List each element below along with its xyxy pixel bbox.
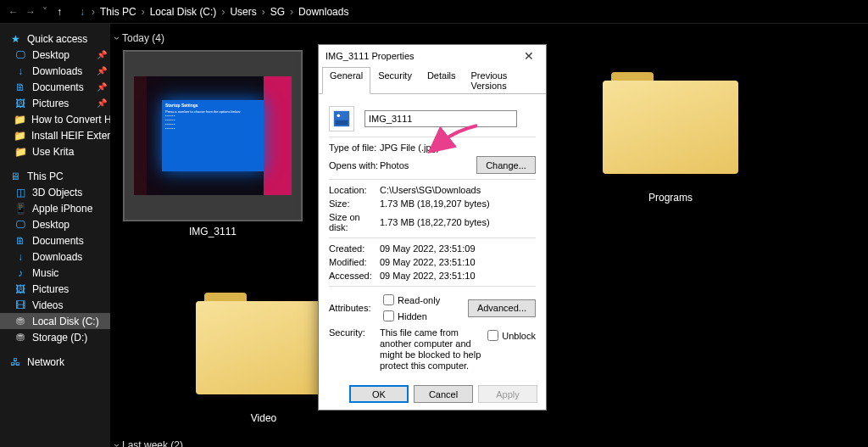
sidebar-item-label: How to Convert HE [31,114,110,126]
nav-back-icon[interactable]: ← [5,3,22,20]
sidebar-item-label: Downloads [32,65,82,77]
apply-button[interactable]: Apply [478,385,537,403]
sidebar-label: This PC [27,170,64,182]
sidebar-item[interactable]: ↓Downloads📌 [0,63,110,79]
folder-icon: 📁 [14,129,26,142]
file-label: IMG_3111 [189,226,236,237]
unblock-checkbox[interactable]: Unblock [484,327,536,344]
disk-icon: ⛃ [14,331,27,344]
pin-icon: 📌 [97,50,107,59]
advanced-button[interactable]: Advanced... [468,299,536,317]
type-label: Type of file: [329,142,380,153]
group-header-label: Last week (2) [122,439,183,447]
crumb[interactable]: This PC [98,6,138,18]
sidebar-item[interactable]: 📱Apple iPhone [0,200,110,216]
this-pc-header[interactable]: 🖥 This PC [0,168,110,184]
sidebar-item[interactable]: 📁Install HEIF Extensi [0,127,110,143]
music-icon: ♪ [14,266,27,280]
cube-icon: ◫ [14,186,27,199]
sidebar-item[interactable]: 🎞Videos [0,297,110,313]
sidebar-item[interactable]: 🖼Pictures📌 [0,95,110,111]
quick-access-header[interactable]: ★ Quick access [0,31,110,47]
chevron-right-icon: › [221,6,225,18]
ok-button[interactable]: OK [349,385,409,403]
chevron-right-icon: › [92,6,95,18]
picture-icon: 🖼 [14,97,27,110]
star-icon: ★ [8,32,22,46]
folder-icon [603,51,738,187]
security-label: Security: [329,327,380,338]
chevron-right-icon: › [262,6,265,18]
pin-icon: 📌 [97,98,107,108]
sidebar-item[interactable]: 🖼Pictures [0,281,110,297]
sidebar-item[interactable]: ◫3D Objects [0,184,110,200]
sidebar-item-label: Documents [32,81,84,93]
change-button[interactable]: Change... [476,156,536,174]
size-on-disk-label: Size on disk: [329,212,380,232]
sidebar-item[interactable]: 🗎Documents📌 [0,79,110,95]
download-icon: ↓ [14,250,27,264]
chevron-down-icon: › [111,36,123,40]
sidebar-item-label: 3D Objects [32,187,82,198]
tab-security[interactable]: Security [370,67,420,94]
network-header[interactable]: 🖧 Network [0,354,110,370]
sidebar-item-label: Pictures [32,98,69,109]
hidden-checkbox[interactable]: Hidden [380,308,427,324]
file-label: Programs [648,192,693,204]
sidebar-item[interactable]: ⛃Local Disk (C:) [0,313,110,329]
sidebar-item[interactable]: ♪Music [0,265,110,281]
sidebar-label: Quick access [27,33,87,45]
filename-input[interactable] [364,110,517,127]
crumb[interactable]: Local Disk (C:) [148,6,219,18]
chevron-right-icon: › [142,6,145,18]
pin-icon: 📌 [97,66,107,75]
tab-general[interactable]: General [322,67,370,94]
sidebar-item[interactable]: 🖵Desktop [0,216,110,232]
sidebar-item[interactable]: ↓Downloads [0,249,110,265]
sidebar-item-label: Local Disk (C:) [32,316,99,327]
sidebar-item[interactable]: 📁Use Krita [0,143,110,159]
download-icon: ↓ [14,64,27,78]
tab-details[interactable]: Details [420,67,464,94]
nav-up-icon[interactable]: ↑ [51,3,68,20]
crumb[interactable]: Downloads [297,6,350,18]
folder-icon [196,271,331,407]
svg-rect-1 [336,120,348,126]
desktop-icon: 🖵 [14,48,27,62]
sidebar-item-label: Downloads [32,251,82,263]
cancel-button[interactable]: Cancel [414,385,473,403]
video-icon: 🎞 [14,299,27,312]
close-icon[interactable]: ✕ [519,49,539,63]
file-tile[interactable]: Programs [581,51,760,237]
file-tile[interactable]: Startup SettingsPress a number to choose… [124,51,302,237]
file-thumbnail-icon [329,106,354,131]
security-text: This file came from another computer and… [380,327,484,372]
sidebar-item[interactable]: 📁How to Convert HE [0,111,110,127]
modified-label: Modified: [329,257,380,267]
sidebar-item-label: Music [32,267,58,279]
picture-icon: 🖼 [14,282,27,296]
accessed-label: Accessed: [329,271,380,281]
readonly-checkbox[interactable]: Read-only [380,292,440,308]
chevron-right-icon: › [290,6,293,18]
crumb[interactable]: Users [228,6,258,18]
sidebar-item[interactable]: ⛃Storage (D:) [0,329,110,345]
tab-previous-versions[interactable]: Previous Versions [464,67,542,94]
sidebar-item-label: Desktop [32,219,70,231]
location-value: C:\Users\SG\Downloads [380,185,536,195]
dialog-tabs: General Security Details Previous Versio… [319,67,546,94]
readonly-label: Read-only [398,295,440,305]
nav-forward-icon[interactable]: → [22,3,39,20]
download-icon: ↓ [80,6,85,18]
pin-icon: 📌 [97,82,107,92]
folder-icon: 📁 [14,113,26,126]
group-header[interactable]: ›Today (4) [115,32,860,44]
sidebar-item-label: Documents [32,235,84,247]
crumb[interactable]: SG [269,6,287,18]
sidebar-item-label: Apple iPhone [32,203,92,215]
sidebar-item-label: Install HEIF Extensi [31,130,110,142]
sidebar-item[interactable]: 🗎Documents [0,232,110,249]
nav-chevron-down-icon[interactable]: ˅ [42,6,47,18]
sidebar-item[interactable]: 🖵Desktop📌 [0,47,110,63]
group-header[interactable]: ›Last week (2) [115,439,860,447]
